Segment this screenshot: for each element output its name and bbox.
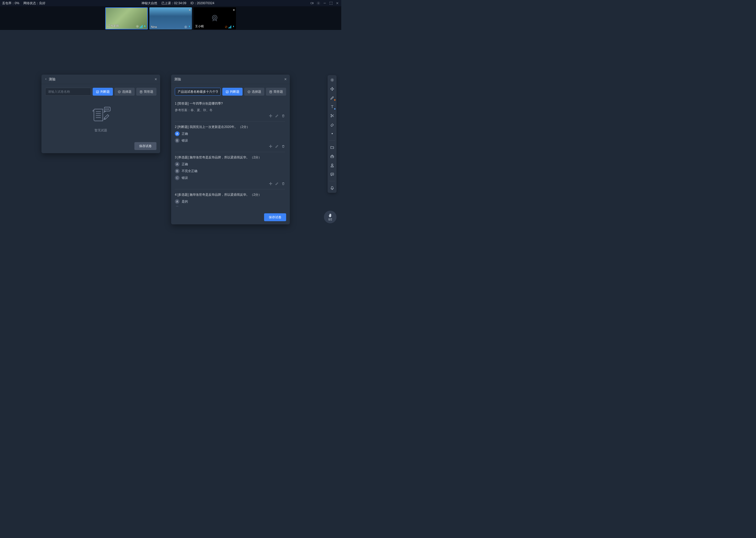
session-id: ID：2020070324 [191, 1, 214, 6]
question-option[interactable]: B不完全正确 [175, 206, 285, 206]
svg-point-25 [108, 109, 109, 109]
close-icon[interactable]: × [284, 77, 287, 82]
quiz-name-input[interactable] [45, 88, 91, 96]
quiz-name-input[interactable] [175, 88, 221, 96]
add-short-answer-button[interactable]: 简答题 [136, 88, 157, 96]
question-title: 1 [简答题] 一年四季分别是哪四季? [175, 101, 285, 106]
svg-point-40 [333, 174, 333, 174]
back-icon[interactable] [45, 77, 47, 81]
option-label: 错误 [182, 138, 188, 143]
text-tool-icon[interactable] [329, 104, 335, 109]
add-short-answer-button[interactable]: 简答题 [266, 88, 286, 96]
video-name-label: 王小明 [195, 25, 204, 28]
svg-point-38 [331, 174, 332, 174]
option-key-badge: A [175, 162, 179, 167]
eraser-tool-icon[interactable] [329, 122, 335, 127]
pointer-tool-icon[interactable] [329, 77, 335, 82]
close-icon[interactable]: × [155, 77, 157, 82]
save-quiz-button[interactable]: 保存试卷 [134, 142, 157, 150]
question-option[interactable]: A正确 [175, 162, 285, 167]
video-tile-teacher[interactable]: 叮当老师 [105, 7, 148, 29]
video-status-icons [184, 26, 191, 28]
question-title: 2 [判断题] 我国宪法上一次更新是在2020年。 （2分） [175, 125, 285, 129]
close-icon[interactable] [336, 1, 339, 5]
svg-point-1 [318, 3, 319, 4]
svg-point-31 [332, 80, 332, 80]
svg-point-9 [213, 15, 217, 20]
question-list[interactable]: 1 [简答题] 一年四季分别是哪四季?参考答案：春、夏、秋、冬 2 [判断题] … [175, 98, 286, 206]
add-judge-button[interactable]: 判断题 [93, 88, 113, 96]
question-item: 3 [单选题] 施华洛世奇是反华品牌，所以梁鼎琪反华。 （2分）A正确B不完全正… [175, 152, 285, 189]
bell-tool-icon[interactable] [329, 186, 335, 191]
video-status-icons [225, 25, 235, 28]
pen-tool-icon[interactable] [329, 95, 335, 100]
option-label: 正确 [182, 132, 188, 136]
edit-icon[interactable] [275, 114, 279, 118]
empty-state-text: 暂无试题 [45, 128, 157, 133]
tile-close-icon[interactable]: × [233, 8, 235, 12]
question-actions [175, 144, 285, 148]
svg-point-8 [185, 27, 186, 27]
delete-icon[interactable] [281, 144, 285, 148]
move-icon[interactable] [269, 114, 272, 118]
scissors-tool-icon[interactable] [329, 113, 335, 118]
svg-point-6 [137, 26, 138, 27]
hand-raise-badge[interactable]: 0/2 [324, 211, 337, 223]
edit-icon[interactable] [275, 144, 279, 148]
delete-icon[interactable] [281, 182, 285, 186]
question-option[interactable]: A正确 [175, 131, 285, 136]
tile-close-icon[interactable]: × [189, 8, 191, 12]
video-tile-student[interactable]: × 王小明 [193, 7, 236, 29]
fullscreen-icon[interactable] [329, 1, 333, 5]
video-name-label: 叮当老师 [107, 24, 119, 28]
svg-rect-35 [330, 156, 333, 158]
move-tool-icon[interactable] [329, 86, 335, 91]
option-label: 错误 [182, 176, 188, 180]
question-actions [175, 114, 285, 118]
camera-off-icon [210, 14, 219, 23]
save-quiz-button[interactable]: 保存试卷 [264, 213, 286, 221]
quiz-panel-empty: 测验 × 判断题 选择题 简答题 [41, 75, 160, 153]
question-option[interactable]: B不完全正确 [175, 169, 285, 173]
delete-icon[interactable] [281, 114, 285, 118]
right-toolbar [328, 75, 337, 193]
move-icon[interactable] [269, 144, 272, 148]
folder-tool-icon[interactable] [329, 145, 335, 150]
toolbox-tool-icon[interactable] [329, 154, 335, 159]
option-label: 正确 [182, 162, 188, 167]
add-judge-button[interactable]: 判断题 [222, 88, 243, 96]
option-key-badge: B [175, 138, 179, 143]
question-actions [175, 182, 285, 186]
svg-line-12 [225, 26, 227, 27]
question-option[interactable]: A是的 [175, 199, 285, 204]
option-key-badge: B [175, 206, 179, 206]
question-title: 4 [多选题] 施华洛世奇是反华品牌，所以梁鼎琪反华。 （2分） [175, 192, 285, 197]
minimize-icon[interactable] [323, 1, 327, 5]
packet-loss: 丢包率：0% [2, 1, 19, 6]
svg-point-24 [107, 109, 107, 109]
laser-tool-icon[interactable] [329, 131, 335, 136]
svg-rect-0 [311, 2, 313, 4]
add-choice-button[interactable]: 选择题 [244, 88, 264, 96]
video-tile-student[interactable]: × Nina [149, 7, 192, 29]
move-icon[interactable] [269, 182, 272, 186]
chat-tool-icon[interactable] [329, 172, 335, 177]
option-key-badge: A [175, 131, 179, 136]
workspace: 测验 × 判断题 选择题 简答题 [0, 30, 341, 243]
person-tool-icon[interactable] [329, 163, 335, 168]
camera-icon[interactable] [310, 1, 314, 5]
question-item: 4 [多选题] 施华洛世奇是反华品牌，所以梁鼎琪反华。 （2分）A是的B不完全正… [175, 189, 285, 206]
video-name-label: Nina [151, 25, 157, 28]
settings-icon[interactable] [316, 1, 320, 5]
option-label: 不完全正确 [182, 206, 197, 207]
svg-rect-26 [226, 91, 228, 93]
edit-icon[interactable] [275, 182, 279, 186]
svg-rect-13 [96, 91, 99, 93]
question-option[interactable]: B错误 [175, 138, 285, 143]
question-item: 2 [判断题] 我国宪法上一次更新是在2020年。 （2分）A正确B错误 [175, 122, 285, 152]
option-key-badge: B [175, 169, 179, 173]
question-option[interactable]: C错误 [175, 176, 285, 180]
add-choice-button[interactable]: 选择题 [115, 88, 135, 96]
panel-title: 测验 [174, 77, 181, 82]
video-strip: 叮当老师 × Nina × 王小明 [0, 6, 341, 30]
